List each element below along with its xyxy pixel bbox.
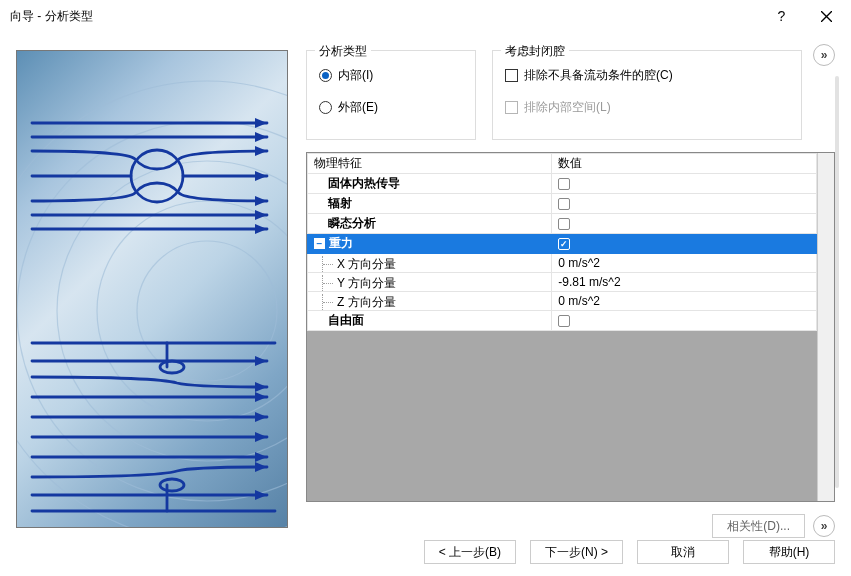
svg-marker-12: [255, 196, 267, 206]
svg-marker-26: [255, 452, 267, 462]
table-row[interactable]: Z 方向分量 0 m/s^2: [308, 292, 817, 311]
checkbox-icon: [505, 69, 518, 82]
check-label: 排除不具备流动条件的腔(C): [524, 67, 673, 84]
check-exclude-inner: 排除内部空间(L): [505, 97, 789, 117]
help-button[interactable]: 帮助(H): [743, 540, 835, 564]
table-row-gravity[interactable]: −重力: [308, 234, 817, 254]
scrollbar-vertical[interactable]: [817, 153, 834, 501]
svg-point-5: [17, 121, 288, 501]
table-row[interactable]: Y 方向分量 -9.81 m/s^2: [308, 273, 817, 292]
related-button[interactable]: 相关性(D)...: [712, 514, 805, 538]
table-row[interactable]: 自由面: [308, 311, 817, 331]
radio-external[interactable]: 外部(E): [319, 97, 463, 117]
feature-table: 物理特征 数值 固体内热传导 辐射 瞬态分析: [306, 152, 835, 502]
svg-marker-8: [255, 118, 267, 128]
titlebar: 向导 - 分析类型 ?: [0, 0, 851, 32]
cancel-button[interactable]: 取消: [637, 540, 729, 564]
radio-icon: [319, 101, 332, 114]
svg-marker-23: [255, 392, 267, 402]
wizard-footer: < 上一步(B) 下一步(N) > 取消 帮助(H): [0, 540, 835, 564]
check-exclude-noflow[interactable]: 排除不具备流动条件的腔(C): [505, 65, 789, 85]
svg-marker-27: [255, 462, 267, 472]
group-analysis-type: 分析类型 内部(I) 外部(E): [306, 50, 476, 140]
radio-icon: [319, 69, 332, 82]
svg-point-7: [131, 150, 183, 202]
back-button[interactable]: < 上一步(B): [424, 540, 516, 564]
checkbox-icon[interactable]: [558, 218, 570, 230]
svg-marker-10: [255, 146, 267, 156]
svg-marker-24: [255, 412, 267, 422]
radio-internal[interactable]: 内部(I): [319, 65, 463, 85]
svg-marker-25: [255, 432, 267, 442]
window-title: 向导 - 分析类型: [10, 8, 759, 25]
checkbox-icon[interactable]: [558, 198, 570, 210]
col-header[interactable]: 物理特征: [308, 154, 552, 174]
checkbox-icon[interactable]: [558, 178, 570, 190]
svg-marker-13: [255, 210, 267, 220]
group-cavity: 考虑封闭腔 排除不具备流动条件的腔(C) 排除内部空间(L): [492, 50, 802, 140]
table-row[interactable]: X 方向分量 0 m/s^2: [308, 254, 817, 273]
svg-point-20: [160, 479, 184, 491]
radio-label: 外部(E): [338, 99, 378, 116]
collapse-icon[interactable]: −: [314, 238, 325, 249]
svg-marker-14: [255, 224, 267, 234]
table-row[interactable]: 固体内热传导: [308, 174, 817, 194]
checkbox-icon[interactable]: [558, 238, 570, 250]
checkbox-icon[interactable]: [558, 315, 570, 327]
svg-marker-21: [255, 356, 267, 366]
table-row[interactable]: 瞬态分析: [308, 214, 817, 234]
next-button[interactable]: 下一步(N) >: [530, 540, 623, 564]
check-label: 排除内部空间(L): [524, 99, 611, 116]
help-icon[interactable]: ?: [759, 2, 804, 30]
expand-button[interactable]: »: [813, 515, 835, 537]
checkbox-icon: [505, 101, 518, 114]
preview-image: [16, 50, 288, 528]
group-legend: 分析类型: [315, 43, 371, 60]
group-legend: 考虑封闭腔: [501, 43, 569, 60]
radio-label: 内部(I): [338, 67, 373, 84]
col-header[interactable]: 数值: [552, 154, 817, 174]
close-icon[interactable]: [804, 2, 849, 30]
svg-marker-22: [255, 382, 267, 392]
table-row[interactable]: 辐射: [308, 194, 817, 214]
svg-marker-9: [255, 132, 267, 142]
